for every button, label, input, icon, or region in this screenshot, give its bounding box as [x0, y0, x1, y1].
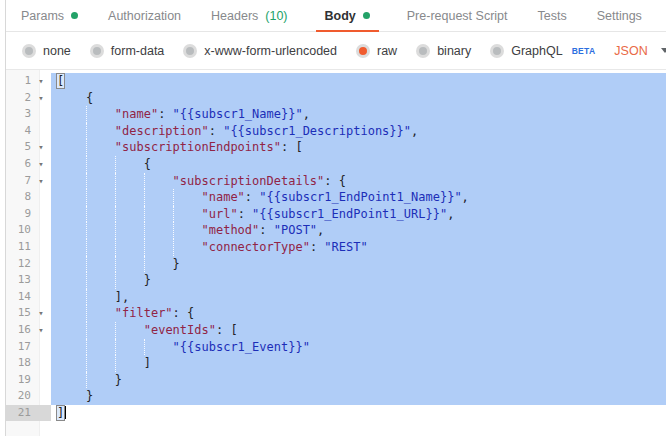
gutter-cell: 16▾: [6, 322, 51, 339]
code-line[interactable]: 10 "method": "POST",: [6, 222, 666, 239]
tab-authorization[interactable]: Authorization: [106, 0, 183, 32]
gutter-cell: 4: [6, 123, 51, 140]
code-line-text: ],: [51, 289, 666, 306]
fold-arrow-icon[interactable]: ▾: [31, 305, 51, 322]
code-line-text: "description": "{{subscr1_Descriptions}}…: [51, 123, 666, 140]
json-punctuation: :: [259, 223, 273, 237]
code-line[interactable]: 3 "name": "{{subscr1_Name}}",: [6, 106, 666, 123]
code-line[interactable]: 5▾ "subscriptionEndpoints": [: [6, 139, 666, 156]
code-line[interactable]: 19 }: [6, 372, 666, 389]
fold-spacer: [31, 106, 51, 123]
code-line[interactable]: 21]: [6, 405, 666, 422]
radio-icon: [90, 44, 104, 58]
indent-guide: [115, 239, 116, 256]
code-line-text: "url": "{{subscr1_EndPoint1_URL}}",: [51, 206, 666, 223]
fold-spacer: [31, 256, 51, 273]
json-punctuation: :: [310, 240, 324, 254]
code-line[interactable]: 2▾ {: [6, 90, 666, 107]
tab-label: Pre-request Script: [407, 9, 508, 23]
code-line[interactable]: 12 }: [6, 256, 666, 273]
json-key: "name": [202, 190, 245, 204]
json-string-value: "{{subscr1_EndPoint1_Name}}": [259, 190, 461, 204]
json-punctuation: :: [158, 107, 172, 121]
fold-arrow-icon[interactable]: ▾: [31, 322, 51, 339]
pane-left-border: [5, 0, 6, 436]
fold-arrow-icon[interactable]: ▾: [31, 90, 51, 107]
indent-guide: [144, 222, 145, 239]
line-number: 8: [6, 189, 31, 206]
body-type-option-raw[interactable]: raw: [356, 44, 397, 58]
line-number: 15: [6, 305, 31, 322]
line-number: 21: [6, 405, 31, 422]
json-key: "connectorType": [202, 240, 310, 254]
tab-label: Authorization: [108, 9, 181, 23]
fold-arrow-icon[interactable]: ▾: [31, 156, 51, 173]
gutter-cell: 14: [6, 289, 51, 306]
body-type-option-none[interactable]: none: [22, 44, 71, 58]
code-line[interactable]: 14 ],: [6, 289, 666, 306]
tab-body[interactable]: Body: [316, 0, 379, 32]
request-tab-bar: ParamsAuthorizationHeaders(10)BodyPre-re…: [6, 0, 666, 32]
code-line[interactable]: 9 "url": "{{subscr1_EndPoint1_URL}}",: [6, 206, 666, 223]
json-string-value: "{{subscr1_Name}}": [173, 107, 303, 121]
body-type-option-x-www-form-urlencoded[interactable]: x-www-form-urlencoded: [183, 44, 337, 58]
gutter-cell: 1▾: [6, 73, 51, 90]
line-number: 19: [6, 372, 31, 389]
indent-guide: [144, 206, 145, 223]
code-line[interactable]: 13 }: [6, 272, 666, 289]
code-line[interactable]: 7▾ "subscriptionDetails": {: [6, 173, 666, 190]
tab-pre-request-script[interactable]: Pre-request Script: [405, 0, 510, 32]
body-type-label: binary: [437, 44, 471, 58]
tab-params[interactable]: Params: [19, 0, 80, 32]
radio-icon: [490, 44, 504, 58]
line-number: 18: [6, 355, 31, 372]
code-line[interactable]: 20 }: [6, 388, 666, 405]
tab-label: Settings: [597, 9, 642, 23]
fold-spacer: [31, 289, 51, 306]
fold-arrow-icon[interactable]: ▾: [31, 173, 51, 190]
fold-spacer: [31, 189, 51, 206]
fold-spacer: [31, 239, 51, 256]
json-punctuation: [57, 240, 202, 254]
body-type-option-binary[interactable]: binary: [416, 44, 471, 58]
body-type-option-graphql[interactable]: GraphQLBETA: [490, 44, 595, 58]
tab-label: Params: [21, 9, 64, 23]
code-line-text: "filter": {: [51, 305, 666, 322]
raw-body-editor[interactable]: 1▾[2▾ {3 "name": "{{subscr1_Name}}",4 "d…: [6, 70, 666, 436]
json-punctuation: }: [57, 257, 180, 271]
code-line[interactable]: 4 "description": "{{subscr1_Descriptions…: [6, 123, 666, 140]
gutter-cell: 13: [6, 272, 51, 289]
tab-count-badge: (10): [265, 9, 287, 23]
code-line-text: "name": "{{subscr1_EndPoint1_Name}}",: [51, 189, 666, 206]
json-string-value: "{{subscr1_EndPoint1_URL}}": [252, 207, 447, 221]
line-number: 7: [6, 173, 31, 190]
language-selector[interactable]: JSON: [614, 44, 666, 58]
code-line[interactable]: 8 "name": "{{subscr1_EndPoint1_Name}}",: [6, 189, 666, 206]
body-type-option-form-data[interactable]: form-data: [90, 44, 165, 58]
code-line-text: ]: [51, 405, 666, 422]
tab-tests[interactable]: Tests: [536, 0, 569, 32]
gutter-cell: 20: [6, 388, 51, 405]
code-line[interactable]: 17 "{{subscr1_Event}}": [6, 339, 666, 356]
code-line[interactable]: 15▾ "filter": {: [6, 305, 666, 322]
line-number: 12: [6, 256, 31, 273]
code-line-text: {: [51, 90, 666, 107]
body-type-label: form-data: [111, 44, 165, 58]
fold-spacer: [31, 388, 51, 405]
fold-arrow-icon[interactable]: ▾: [31, 139, 51, 156]
indent-guide: [115, 189, 116, 206]
code-line[interactable]: 11 "connectorType": "REST": [6, 239, 666, 256]
tab-settings[interactable]: Settings: [595, 0, 644, 32]
code-line[interactable]: 1▾[: [6, 73, 666, 90]
json-punctuation: ]: [57, 356, 151, 370]
code-line-text: "name": "{{subscr1_Name}}",: [51, 106, 666, 123]
body-type-label: raw: [377, 44, 397, 58]
tab-headers[interactable]: Headers(10): [209, 0, 289, 32]
indent-guide: [86, 239, 87, 256]
fold-arrow-icon[interactable]: ▾: [31, 73, 51, 90]
json-punctuation: : {: [324, 174, 346, 188]
code-line[interactable]: 18 ]: [6, 355, 666, 372]
body-type-label: none: [43, 44, 71, 58]
code-line[interactable]: 16▾ "eventIds": [: [6, 322, 666, 339]
code-line[interactable]: 6▾ {: [6, 156, 666, 173]
